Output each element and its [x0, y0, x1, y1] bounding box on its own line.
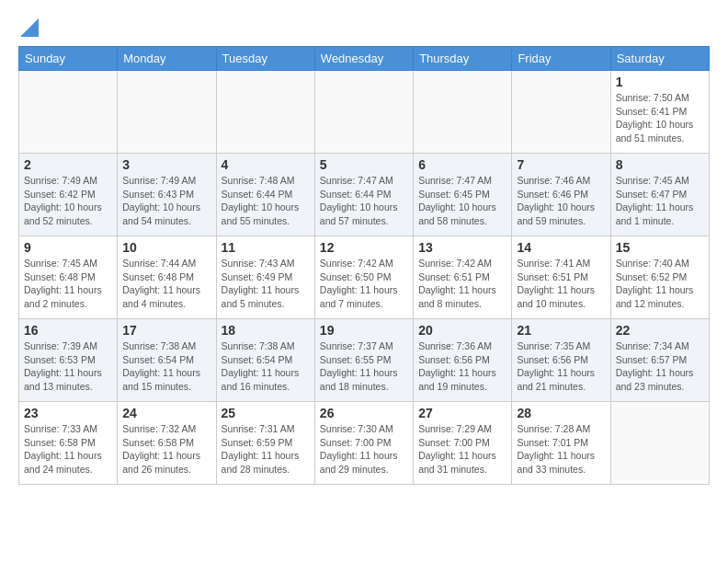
page-header — [18, 18, 710, 37]
day-info: Sunrise: 7:37 AM Sunset: 6:55 PM Dayligh… — [320, 339, 408, 394]
day-number: 9 — [24, 240, 112, 255]
day-number: 16 — [24, 323, 112, 338]
calendar-cell: 7Sunrise: 7:46 AM Sunset: 6:46 PM Daylig… — [512, 154, 610, 236]
day-info: Sunrise: 7:45 AM Sunset: 6:48 PM Dayligh… — [24, 257, 112, 311]
calendar-cell: 9Sunrise: 7:45 AM Sunset: 6:48 PM Daylig… — [19, 236, 118, 319]
weekday-header-wednesday: Wednesday — [314, 47, 413, 71]
calendar-cell: 17Sunrise: 7:38 AM Sunset: 6:54 PM Dayli… — [118, 319, 216, 402]
calendar-cell: 25Sunrise: 7:31 AM Sunset: 6:59 PM Dayli… — [216, 402, 314, 485]
calendar-cell: 4Sunrise: 7:48 AM Sunset: 6:44 PM Daylig… — [216, 154, 314, 236]
day-number: 13 — [418, 240, 506, 255]
day-info: Sunrise: 7:50 AM Sunset: 6:41 PM Dayligh… — [616, 91, 704, 145]
day-info: Sunrise: 7:34 AM Sunset: 6:57 PM Dayligh… — [616, 339, 704, 394]
day-number: 20 — [418, 323, 506, 338]
day-number: 24 — [122, 406, 210, 420]
calendar-cell: 21Sunrise: 7:35 AM Sunset: 6:56 PM Dayli… — [512, 319, 610, 402]
calendar-cell — [216, 71, 314, 154]
day-info: Sunrise: 7:46 AM Sunset: 6:46 PM Dayligh… — [517, 174, 605, 228]
weekday-header-thursday: Thursday — [414, 47, 512, 71]
calendar-cell: 6Sunrise: 7:47 AM Sunset: 6:45 PM Daylig… — [414, 154, 512, 236]
day-number: 14 — [517, 240, 605, 255]
calendar-cell — [610, 402, 709, 485]
day-number: 6 — [418, 157, 506, 172]
logo-icon — [20, 18, 39, 37]
day-info: Sunrise: 7:42 AM Sunset: 6:51 PM Dayligh… — [418, 257, 506, 311]
day-number: 19 — [320, 323, 408, 338]
day-info: Sunrise: 7:41 AM Sunset: 6:51 PM Dayligh… — [517, 257, 605, 311]
calendar-cell: 15Sunrise: 7:40 AM Sunset: 6:52 PM Dayli… — [610, 236, 709, 319]
day-info: Sunrise: 7:49 AM Sunset: 6:42 PM Dayligh… — [24, 174, 112, 228]
day-number: 11 — [222, 240, 310, 255]
week-row-2: 2Sunrise: 7:49 AM Sunset: 6:42 PM Daylig… — [19, 154, 710, 236]
day-info: Sunrise: 7:48 AM Sunset: 6:44 PM Dayligh… — [222, 174, 310, 228]
calendar-cell — [118, 71, 216, 154]
day-number: 22 — [616, 323, 704, 338]
day-info: Sunrise: 7:49 AM Sunset: 6:43 PM Dayligh… — [122, 174, 210, 228]
calendar-cell: 3Sunrise: 7:49 AM Sunset: 6:43 PM Daylig… — [118, 154, 216, 236]
calendar-cell: 14Sunrise: 7:41 AM Sunset: 6:51 PM Dayli… — [512, 236, 610, 319]
day-info: Sunrise: 7:32 AM Sunset: 6:58 PM Dayligh… — [122, 422, 210, 477]
day-info: Sunrise: 7:28 AM Sunset: 7:01 PM Dayligh… — [517, 422, 605, 477]
day-info: Sunrise: 7:36 AM Sunset: 6:56 PM Dayligh… — [418, 339, 506, 394]
day-number: 7 — [517, 157, 605, 172]
weekday-header-friday: Friday — [512, 47, 610, 71]
weekday-header-monday: Monday — [118, 47, 216, 71]
calendar-cell: 2Sunrise: 7:49 AM Sunset: 6:42 PM Daylig… — [19, 154, 118, 236]
calendar-table: SundayMondayTuesdayWednesdayThursdayFrid… — [18, 46, 710, 485]
day-number: 26 — [320, 406, 408, 420]
day-info: Sunrise: 7:47 AM Sunset: 6:44 PM Dayligh… — [320, 174, 408, 228]
week-row-5: 23Sunrise: 7:33 AM Sunset: 6:58 PM Dayli… — [19, 402, 710, 485]
day-number: 25 — [222, 406, 310, 420]
day-number: 12 — [320, 240, 408, 255]
day-info: Sunrise: 7:40 AM Sunset: 6:52 PM Dayligh… — [616, 257, 704, 311]
day-info: Sunrise: 7:33 AM Sunset: 6:58 PM Dayligh… — [24, 422, 112, 477]
calendar-cell: 18Sunrise: 7:38 AM Sunset: 6:54 PM Dayli… — [216, 319, 314, 402]
calendar-cell — [512, 71, 610, 154]
week-row-1: 1Sunrise: 7:50 AM Sunset: 6:41 PM Daylig… — [19, 71, 710, 154]
day-number: 27 — [418, 406, 506, 420]
calendar-cell: 20Sunrise: 7:36 AM Sunset: 6:56 PM Dayli… — [414, 319, 512, 402]
calendar-cell — [314, 71, 413, 154]
day-number: 4 — [222, 157, 310, 172]
week-row-4: 16Sunrise: 7:39 AM Sunset: 6:53 PM Dayli… — [19, 319, 710, 402]
day-number: 1 — [616, 75, 704, 89]
day-number: 17 — [122, 323, 210, 338]
calendar-cell: 26Sunrise: 7:30 AM Sunset: 7:00 PM Dayli… — [314, 402, 413, 485]
svg-marker-0 — [20, 18, 39, 37]
day-info: Sunrise: 7:43 AM Sunset: 6:49 PM Dayligh… — [222, 257, 310, 311]
day-number: 2 — [24, 157, 112, 172]
calendar-cell: 22Sunrise: 7:34 AM Sunset: 6:57 PM Dayli… — [610, 319, 709, 402]
day-number: 8 — [616, 157, 704, 172]
calendar-cell: 11Sunrise: 7:43 AM Sunset: 6:49 PM Dayli… — [216, 236, 314, 319]
day-number: 5 — [320, 157, 408, 172]
calendar-cell: 19Sunrise: 7:37 AM Sunset: 6:55 PM Dayli… — [314, 319, 413, 402]
day-number: 3 — [122, 157, 210, 172]
day-number: 23 — [24, 406, 112, 420]
day-number: 28 — [517, 406, 605, 420]
day-info: Sunrise: 7:31 AM Sunset: 6:59 PM Dayligh… — [222, 422, 310, 477]
calendar-cell: 27Sunrise: 7:29 AM Sunset: 7:00 PM Dayli… — [414, 402, 512, 485]
day-info: Sunrise: 7:44 AM Sunset: 6:48 PM Dayligh… — [122, 257, 210, 311]
day-info: Sunrise: 7:45 AM Sunset: 6:47 PM Dayligh… — [616, 174, 704, 228]
weekday-header-tuesday: Tuesday — [216, 47, 314, 71]
day-number: 18 — [222, 323, 310, 338]
calendar-cell: 12Sunrise: 7:42 AM Sunset: 6:50 PM Dayli… — [314, 236, 413, 319]
calendar-cell: 28Sunrise: 7:28 AM Sunset: 7:01 PM Dayli… — [512, 402, 610, 485]
day-number: 21 — [517, 323, 605, 338]
calendar-cell: 1Sunrise: 7:50 AM Sunset: 6:41 PM Daylig… — [610, 71, 709, 154]
logo — [18, 18, 39, 37]
day-number: 15 — [616, 240, 704, 255]
day-number: 10 — [122, 240, 210, 255]
day-info: Sunrise: 7:29 AM Sunset: 7:00 PM Dayligh… — [418, 422, 506, 477]
day-info: Sunrise: 7:42 AM Sunset: 6:50 PM Dayligh… — [320, 257, 408, 311]
day-info: Sunrise: 7:38 AM Sunset: 6:54 PM Dayligh… — [222, 339, 310, 394]
calendar-cell: 16Sunrise: 7:39 AM Sunset: 6:53 PM Dayli… — [19, 319, 118, 402]
week-row-3: 9Sunrise: 7:45 AM Sunset: 6:48 PM Daylig… — [19, 236, 710, 319]
weekday-header-saturday: Saturday — [610, 47, 709, 71]
day-info: Sunrise: 7:39 AM Sunset: 6:53 PM Dayligh… — [24, 339, 112, 394]
calendar-cell: 13Sunrise: 7:42 AM Sunset: 6:51 PM Dayli… — [414, 236, 512, 319]
day-info: Sunrise: 7:30 AM Sunset: 7:00 PM Dayligh… — [320, 422, 408, 477]
calendar-cell: 23Sunrise: 7:33 AM Sunset: 6:58 PM Dayli… — [19, 402, 118, 485]
calendar-cell: 10Sunrise: 7:44 AM Sunset: 6:48 PM Dayli… — [118, 236, 216, 319]
calendar-cell — [19, 71, 118, 154]
